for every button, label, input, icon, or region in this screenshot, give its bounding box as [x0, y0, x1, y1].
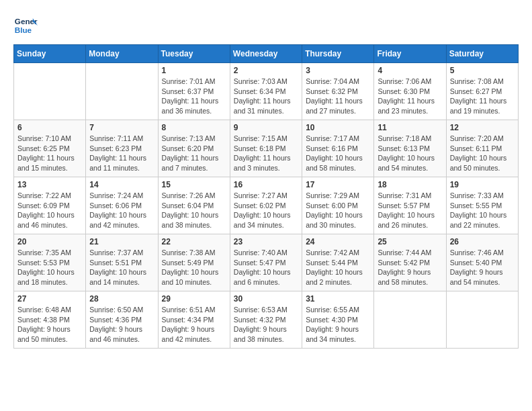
day-number: 2	[234, 66, 298, 75]
cell-info: Sunrise: 6:48 AMSunset: 4:38 PMDaylight:…	[17, 305, 82, 345]
calendar-cell: 13Sunrise: 7:22 AMSunset: 6:09 PMDayligh…	[14, 177, 86, 234]
day-number: 21	[89, 237, 154, 246]
day-number: 24	[306, 237, 370, 246]
calendar-cell: 2Sunrise: 7:03 AMSunset: 6:34 PMDaylight…	[230, 63, 302, 120]
day-number: 6	[17, 123, 82, 132]
calendar-cell	[446, 291, 518, 349]
calendar-cell: 14Sunrise: 7:24 AMSunset: 6:06 PMDayligh…	[86, 177, 158, 234]
calendar-cell: 29Sunrise: 6:51 AMSunset: 4:34 PMDayligh…	[158, 291, 230, 349]
day-number: 9	[234, 123, 298, 132]
day-header-tuesday: Tuesday	[158, 45, 230, 63]
cell-info: Sunrise: 7:11 AMSunset: 6:23 PMDaylight:…	[89, 134, 154, 173]
cell-info: Sunrise: 7:10 AMSunset: 6:25 PMDaylight:…	[17, 134, 82, 173]
day-number: 28	[89, 294, 154, 304]
calendar-table: SundayMondayTuesdayWednesdayThursdayFrid…	[13, 44, 519, 349]
cell-info: Sunrise: 7:20 AMSunset: 6:11 PMDaylight:…	[450, 134, 515, 173]
calendar-cell: 27Sunrise: 6:48 AMSunset: 4:38 PMDayligh…	[14, 291, 86, 349]
cell-info: Sunrise: 7:06 AMSunset: 6:30 PMDaylight:…	[378, 77, 442, 116]
day-header-thursday: Thursday	[302, 45, 374, 63]
cell-info: Sunrise: 7:13 AMSunset: 6:20 PMDaylight:…	[162, 134, 226, 173]
calendar-cell: 16Sunrise: 7:27 AMSunset: 6:02 PMDayligh…	[230, 177, 302, 234]
calendar-body: 1Sunrise: 7:01 AMSunset: 6:37 PMDaylight…	[14, 63, 519, 349]
calendar-cell: 11Sunrise: 7:18 AMSunset: 6:13 PMDayligh…	[374, 120, 446, 177]
calendar-cell: 15Sunrise: 7:26 AMSunset: 6:04 PMDayligh…	[158, 177, 230, 234]
cell-info: Sunrise: 7:03 AMSunset: 6:34 PMDaylight:…	[234, 77, 298, 116]
cell-info: Sunrise: 7:31 AMSunset: 5:57 PMDaylight:…	[378, 191, 442, 230]
cell-info: Sunrise: 7:27 AMSunset: 6:02 PMDaylight:…	[234, 191, 298, 230]
calendar-cell: 25Sunrise: 7:44 AMSunset: 5:42 PMDayligh…	[374, 234, 446, 291]
day-number: 27	[17, 294, 82, 304]
cell-info: Sunrise: 7:44 AMSunset: 5:42 PMDaylight:…	[378, 248, 442, 287]
cell-info: Sunrise: 7:42 AMSunset: 5:44 PMDaylight:…	[306, 248, 370, 287]
day-number: 30	[234, 294, 298, 304]
cell-info: Sunrise: 7:01 AMSunset: 6:37 PMDaylight:…	[162, 77, 226, 116]
cell-info: Sunrise: 7:26 AMSunset: 6:04 PMDaylight:…	[162, 191, 226, 230]
cell-info: Sunrise: 7:08 AMSunset: 6:27 PMDaylight:…	[450, 77, 515, 116]
calendar-cell: 17Sunrise: 7:29 AMSunset: 6:00 PMDayligh…	[302, 177, 374, 234]
logo-icon: General Blue	[13, 13, 38, 38]
cell-info: Sunrise: 7:22 AMSunset: 6:09 PMDaylight:…	[17, 191, 82, 230]
calendar-cell: 30Sunrise: 6:53 AMSunset: 4:32 PMDayligh…	[230, 291, 302, 349]
day-number: 16	[234, 180, 298, 189]
calendar-cell: 12Sunrise: 7:20 AMSunset: 6:11 PMDayligh…	[446, 120, 518, 177]
page-header: General Blue	[13, 13, 519, 38]
day-number: 25	[378, 237, 442, 246]
calendar-week-3: 13Sunrise: 7:22 AMSunset: 6:09 PMDayligh…	[14, 177, 519, 234]
day-number: 26	[450, 237, 515, 246]
day-header-wednesday: Wednesday	[230, 45, 302, 63]
calendar-cell: 4Sunrise: 7:06 AMSunset: 6:30 PMDaylight…	[374, 63, 446, 120]
cell-info: Sunrise: 6:53 AMSunset: 4:32 PMDaylight:…	[234, 305, 298, 345]
cell-info: Sunrise: 7:40 AMSunset: 5:47 PMDaylight:…	[234, 248, 298, 287]
day-number: 18	[378, 180, 442, 189]
day-number: 5	[450, 66, 515, 75]
day-number: 3	[306, 66, 370, 75]
calendar-header-row: SundayMondayTuesdayWednesdayThursdayFrid…	[14, 45, 519, 63]
day-number: 13	[17, 180, 82, 189]
calendar-cell: 9Sunrise: 7:15 AMSunset: 6:18 PMDaylight…	[230, 120, 302, 177]
day-number: 15	[162, 180, 226, 189]
day-header-monday: Monday	[86, 45, 158, 63]
day-number: 29	[162, 294, 226, 304]
calendar-cell	[14, 63, 86, 120]
calendar-cell: 26Sunrise: 7:46 AMSunset: 5:40 PMDayligh…	[446, 234, 518, 291]
calendar-cell: 23Sunrise: 7:40 AMSunset: 5:47 PMDayligh…	[230, 234, 302, 291]
calendar-cell: 3Sunrise: 7:04 AMSunset: 6:32 PMDaylight…	[302, 63, 374, 120]
day-number: 17	[306, 180, 370, 189]
day-number: 14	[89, 180, 154, 189]
calendar-cell: 6Sunrise: 7:10 AMSunset: 6:25 PMDaylight…	[14, 120, 86, 177]
calendar-week-1: 1Sunrise: 7:01 AMSunset: 6:37 PMDaylight…	[14, 63, 519, 120]
day-number: 4	[378, 66, 442, 75]
calendar-cell: 24Sunrise: 7:42 AMSunset: 5:44 PMDayligh…	[302, 234, 374, 291]
calendar-cell	[374, 291, 446, 349]
cell-info: Sunrise: 7:04 AMSunset: 6:32 PMDaylight:…	[306, 77, 370, 116]
svg-text:Blue: Blue	[15, 26, 32, 34]
cell-info: Sunrise: 6:51 AMSunset: 4:34 PMDaylight:…	[162, 305, 226, 345]
day-number: 31	[306, 294, 370, 304]
calendar-cell	[86, 63, 158, 120]
cell-info: Sunrise: 7:46 AMSunset: 5:40 PMDaylight:…	[450, 248, 515, 287]
calendar-week-2: 6Sunrise: 7:10 AMSunset: 6:25 PMDaylight…	[14, 120, 519, 177]
calendar-cell: 31Sunrise: 6:55 AMSunset: 4:30 PMDayligh…	[302, 291, 374, 349]
calendar-week-5: 27Sunrise: 6:48 AMSunset: 4:38 PMDayligh…	[14, 291, 519, 349]
day-number: 1	[162, 66, 226, 75]
day-header-saturday: Saturday	[446, 45, 518, 63]
cell-info: Sunrise: 7:18 AMSunset: 6:13 PMDaylight:…	[378, 134, 442, 173]
cell-info: Sunrise: 7:33 AMSunset: 5:55 PMDaylight:…	[450, 191, 515, 230]
calendar-cell: 21Sunrise: 7:37 AMSunset: 5:51 PMDayligh…	[86, 234, 158, 291]
cell-info: Sunrise: 7:37 AMSunset: 5:51 PMDaylight:…	[89, 248, 154, 287]
day-number: 23	[234, 237, 298, 246]
day-number: 12	[450, 123, 515, 132]
calendar-cell: 7Sunrise: 7:11 AMSunset: 6:23 PMDaylight…	[86, 120, 158, 177]
day-number: 20	[17, 237, 82, 246]
calendar-cell: 28Sunrise: 6:50 AMSunset: 4:36 PMDayligh…	[86, 291, 158, 349]
cell-info: Sunrise: 7:24 AMSunset: 6:06 PMDaylight:…	[89, 191, 154, 230]
calendar-cell: 18Sunrise: 7:31 AMSunset: 5:57 PMDayligh…	[374, 177, 446, 234]
day-number: 22	[162, 237, 226, 246]
day-header-friday: Friday	[374, 45, 446, 63]
calendar-cell: 10Sunrise: 7:17 AMSunset: 6:16 PMDayligh…	[302, 120, 374, 177]
cell-info: Sunrise: 7:38 AMSunset: 5:49 PMDaylight:…	[162, 248, 226, 287]
calendar-cell: 8Sunrise: 7:13 AMSunset: 6:20 PMDaylight…	[158, 120, 230, 177]
cell-info: Sunrise: 7:15 AMSunset: 6:18 PMDaylight:…	[234, 134, 298, 173]
cell-info: Sunrise: 6:50 AMSunset: 4:36 PMDaylight:…	[89, 305, 154, 345]
cell-info: Sunrise: 7:29 AMSunset: 6:00 PMDaylight:…	[306, 191, 370, 230]
